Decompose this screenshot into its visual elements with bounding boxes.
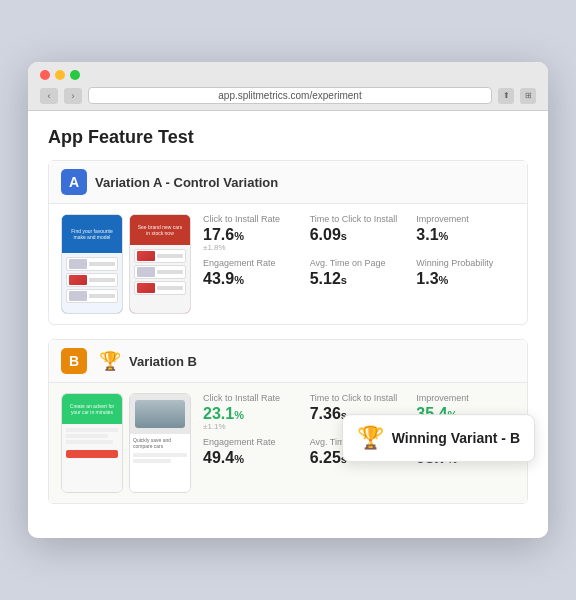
stat-a-avg-time: Avg. Time on Page 5.12s — [310, 258, 409, 287]
variation-a-badge: A — [61, 169, 87, 195]
screenshot-a1: Find your favouritemake and model — [61, 214, 123, 314]
browser-dots — [40, 70, 536, 80]
browser-chrome: ‹ › app.splitmetrics.com/experiment ⬆ ⊞ — [28, 62, 548, 111]
screenshot-b1: Create an advert foryour car in minutes — [61, 393, 123, 493]
variation-a-label: Variation A - Control Variation — [95, 175, 278, 190]
trophy-icon: 🏆 — [99, 350, 121, 372]
forward-button[interactable]: › — [64, 88, 82, 104]
variation-b-section: B 🏆 Variation B 🏆 Winning Variant - B Cr… — [48, 339, 528, 504]
variation-a-screenshots: Find your favouritemake and model — [61, 214, 191, 314]
stat-b-click-install: Click to Install Rate 23.1% ±1.1% — [203, 393, 302, 431]
back-button[interactable]: ‹ — [40, 88, 58, 104]
variation-b-header: B 🏆 Variation B — [49, 340, 527, 383]
stat-a-engagement: Engagement Rate 43.9% — [203, 258, 302, 287]
stat-a-improvement: Improvement 3.1% — [416, 214, 515, 252]
variation-b-body: 🏆 Winning Variant - B Create an advert f… — [49, 383, 527, 503]
browser-toolbar: ‹ › app.splitmetrics.com/experiment ⬆ ⊞ — [40, 87, 536, 104]
close-dot[interactable] — [40, 70, 50, 80]
stat-b-engagement: Engagement Rate 49.4% — [203, 437, 302, 466]
variation-a-section: A Variation A - Control Variation Find y… — [48, 160, 528, 325]
variation-b-label: Variation B — [129, 354, 197, 369]
new-tab-icon[interactable]: ⊞ — [520, 88, 536, 104]
screenshot-a2: See brand new carsin stock now — [129, 214, 191, 314]
winning-variant-badge: 🏆 Winning Variant - B — [342, 414, 535, 462]
fullscreen-dot[interactable] — [70, 70, 80, 80]
page-title: App Feature Test — [48, 127, 528, 148]
variation-a-stats: Click to Install Rate 17.6% ±1.8% Time t… — [203, 214, 515, 314]
minimize-dot[interactable] — [55, 70, 65, 80]
stat-a-click-install: Click to Install Rate 17.6% ±1.8% — [203, 214, 302, 252]
winning-variant-label: Winning Variant - B — [392, 430, 520, 446]
stat-a-time-click: Time to Click to Install 6.09s — [310, 214, 409, 252]
variation-a-header: A Variation A - Control Variation — [49, 161, 527, 204]
stat-a-winning-prob: Winning Probability 1.3% — [416, 258, 515, 287]
variation-b-badge: B — [61, 348, 87, 374]
screenshot-b2: Quickly save andcompare cars — [129, 393, 191, 493]
variation-a-body: Find your favouritemake and model — [49, 204, 527, 324]
share-icon[interactable]: ⬆ — [498, 88, 514, 104]
page-content: App Feature Test A Variation A - Control… — [28, 111, 548, 538]
winning-trophy-icon: 🏆 — [357, 425, 384, 451]
address-bar[interactable]: app.splitmetrics.com/experiment — [88, 87, 492, 104]
variation-b-screenshots: Create an advert foryour car in minutes — [61, 393, 191, 493]
browser-window: ‹ › app.splitmetrics.com/experiment ⬆ ⊞ … — [28, 62, 548, 538]
